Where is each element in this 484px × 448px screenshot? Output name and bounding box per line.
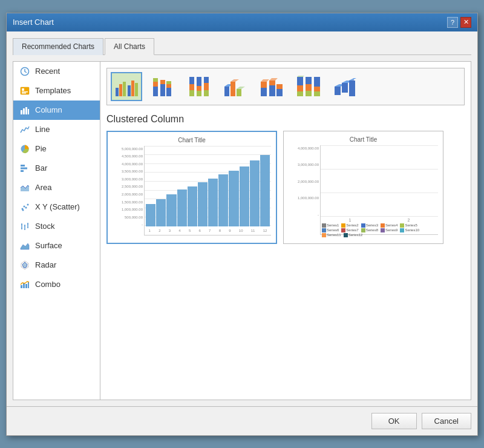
x-label: 5 [189, 229, 191, 232]
chart-preview-2[interactable]: Chart Title 4,000,000.00 3,000,000.00 2,… [283, 131, 443, 244]
svg-rect-76 [276, 89, 283, 96]
x-label: 2 [159, 229, 160, 232]
svg-point-15 [24, 205, 25, 207]
svg-rect-45 [153, 82, 158, 87]
chart-type-stacked-col[interactable] [147, 72, 178, 101]
x2-label: 2 [408, 218, 410, 222]
svg-rect-65 [231, 82, 235, 96]
x2-label: 1 [349, 218, 352, 222]
bar-icon [19, 163, 30, 174]
svg-point-17 [27, 203, 29, 205]
y2-label: 4,000,000.00 [298, 147, 319, 150]
y-label: 5,000,000.00 [122, 147, 143, 151]
y-label: 1,500,000.00 [122, 200, 143, 204]
x-label: 6 [199, 229, 201, 232]
y-label: 500,000.00 [125, 216, 143, 219]
svg-rect-4 [22, 93, 26, 94]
y-label: 4,000,000.00 [122, 162, 143, 166]
x-label: 4 [178, 229, 180, 232]
svg-rect-11 [21, 167, 27, 169]
sidebar-item-bar[interactable]: Bar [13, 159, 100, 178]
help-button[interactable]: ? [447, 17, 458, 28]
sidebar-item-line[interactable]: Line [13, 120, 100, 139]
sidebar-item-radar[interactable]: Radar [13, 255, 100, 275]
svg-rect-34 [21, 285, 22, 288]
y-label: 2,500,000.00 [122, 185, 143, 188]
svg-rect-79 [297, 77, 303, 85]
tab-recommended[interactable]: Recommended Charts [13, 38, 103, 55]
legend-item: Series6 [327, 228, 339, 232]
sidebar-label-xy: X Y (Scatter) [35, 202, 80, 211]
sidebar-label-templates: Templates [35, 86, 71, 95]
legend-item: Series9 [385, 228, 397, 232]
chart-type-row [106, 68, 465, 105]
main-area: Recent Templates [13, 61, 471, 400]
sidebar-item-xy[interactable]: X Y (Scatter) [13, 197, 100, 217]
sidebar-label-pie: Pie [35, 144, 47, 153]
svg-rect-54 [189, 84, 194, 90]
x-label: 11 [251, 229, 255, 232]
svg-rect-12 [21, 170, 24, 172]
x-label: 10 [239, 229, 243, 232]
y-label: 3,000,000.00 [122, 177, 143, 181]
close-button[interactable]: ✕ [460, 17, 471, 28]
y-label: 4,500,000.00 [122, 154, 143, 158]
chart-preview-1[interactable]: Chart Title 5,000,000.00 4,500,000.00 4,… [106, 131, 277, 244]
x-label: 9 [229, 229, 231, 232]
surface-icon [19, 240, 30, 251]
dialog-title: Insert Chart [13, 18, 54, 27]
svg-rect-35 [23, 283, 25, 288]
ok-button[interactable]: OK [371, 413, 417, 429]
svg-rect-39 [119, 84, 122, 96]
dialog-body: Recommended Charts All Charts Recent [7, 31, 477, 406]
chart-previews: Chart Title 5,000,000.00 4,500,000.00 4,… [106, 131, 465, 244]
legend-item: Series7 [346, 228, 358, 232]
svg-rect-89 [335, 87, 341, 95]
area-icon [19, 182, 30, 193]
svg-rect-56 [197, 77, 201, 86]
stock-icon [19, 221, 30, 232]
chart-type-3d-col[interactable] [329, 72, 360, 101]
legend-item: Series4 [385, 223, 397, 227]
svg-rect-70 [261, 88, 267, 96]
templates-icon [19, 85, 30, 96]
chart-type-clustered-col[interactable] [111, 72, 142, 101]
sidebar-item-combo[interactable]: Combo [13, 275, 100, 294]
chart2-title: Chart Title [289, 136, 438, 143]
sidebar-item-stock[interactable]: Stock [13, 217, 100, 236]
svg-rect-49 [166, 88, 171, 96]
svg-rect-92 [342, 83, 348, 93]
sidebar-item-column[interactable]: Column [13, 100, 100, 120]
svg-rect-53 [189, 77, 194, 84]
chart-type-3d-100pct-stacked-col[interactable] [292, 72, 324, 101]
svg-rect-71 [261, 82, 267, 88]
sidebar-item-surface[interactable]: Surface [13, 236, 100, 255]
tab-all-charts[interactable]: All Charts [105, 38, 154, 55]
svg-rect-6 [23, 108, 25, 114]
svg-rect-46 [153, 78, 158, 82]
svg-marker-66 [231, 79, 239, 82]
chart-type-3d-clustered-col[interactable] [220, 72, 251, 101]
line-icon [19, 124, 30, 135]
chart-type-name: Clustered Column [106, 114, 465, 125]
svg-rect-50 [166, 84, 171, 88]
legend-item: Series8 [366, 228, 378, 232]
svg-marker-72 [261, 79, 269, 82]
svg-marker-75 [269, 78, 278, 81]
x-label: 3 [169, 229, 171, 232]
svg-rect-73 [269, 85, 275, 96]
y2-label: 2,000,000.00 [298, 180, 319, 183]
sidebar-item-recent[interactable]: Recent [13, 62, 100, 81]
combo-icon [19, 279, 30, 290]
sidebar-item-templates[interactable]: Templates [13, 81, 100, 100]
svg-rect-80 [297, 85, 303, 91]
chart-type-3d-stacked-col[interactable] [256, 72, 287, 101]
cancel-button[interactable]: Cancel [422, 413, 471, 429]
svg-point-18 [22, 209, 24, 211]
sidebar-item-pie[interactable]: Pie [13, 139, 100, 159]
title-bar-buttons: ? ✕ [447, 17, 471, 28]
sidebar-item-area[interactable]: Area [13, 178, 100, 197]
legend-item: Series11 [327, 233, 341, 237]
svg-rect-77 [276, 84, 283, 89]
chart-type-100pct-stacked-col[interactable] [183, 72, 215, 101]
